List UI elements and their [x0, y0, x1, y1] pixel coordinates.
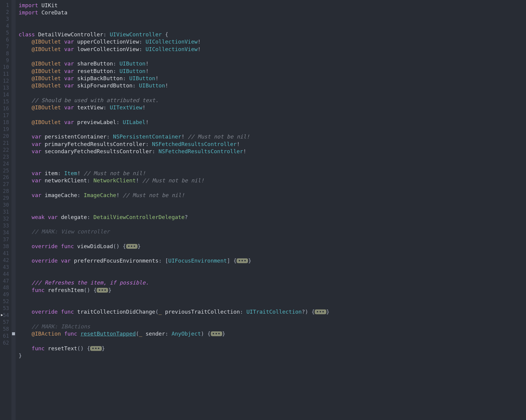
code-line[interactable]: weak var delegate: DetailViewControllerD… [19, 214, 526, 221]
line-number[interactable]: 24 [2, 160, 9, 167]
line-number[interactable]: 48 [2, 284, 9, 291]
line-number[interactable]: 19 [2, 126, 9, 133]
line-number[interactable]: 4 [2, 23, 9, 29]
line-number[interactable]: 47 [2, 278, 9, 285]
line-number[interactable]: 2 [2, 9, 9, 16]
code-line[interactable] [19, 265, 526, 272]
fold-chip-icon[interactable]: ••• [97, 288, 108, 293]
code-line[interactable]: @IBOutlet var lowerCollectionView: UICol… [19, 46, 526, 53]
code-line[interactable]: @IBOutlet var skipForwardButton: UIButto… [19, 82, 526, 89]
line-number[interactable]: 49 [2, 291, 9, 298]
line-number[interactable]: 18 [2, 119, 9, 126]
fold-chip-icon[interactable]: ••• [90, 346, 101, 351]
code-line[interactable]: @IBOutlet var upperCollectionView: UICol… [19, 38, 526, 45]
line-number[interactable]: 33 [2, 222, 9, 229]
code-area[interactable]: import UIKitimport CoreData class Detail… [16, 0, 526, 420]
line-number[interactable]: 27 [2, 181, 9, 188]
line-number[interactable]: 29 [2, 195, 9, 202]
code-line[interactable]: @IBOutlet var previewLabel: UILabel! [19, 119, 526, 126]
line-number[interactable]: 6 [2, 36, 9, 43]
code-line[interactable] [19, 24, 526, 31]
line-number[interactable]: 16 [2, 105, 9, 112]
line-number-gutter[interactable]: 1234567891011121314151617181920212223242… [0, 0, 11, 420]
line-number[interactable]: 8 [2, 50, 9, 57]
code-line[interactable] [19, 221, 526, 228]
line-number[interactable]: 26 [2, 174, 9, 181]
line-number[interactable]: 12 [2, 78, 9, 84]
code-line[interactable]: @IBAction func resetButtonTapped(_ sende… [19, 330, 526, 337]
line-number[interactable]: 53 [2, 305, 9, 312]
code-line[interactable]: var primaryFetchedResultsController: NSF… [19, 141, 526, 148]
code-line[interactable]: // Should be used with attributed text. [19, 97, 526, 104]
code-line[interactable] [19, 301, 526, 308]
line-number[interactable]: 58 [2, 326, 9, 333]
code-line[interactable] [19, 184, 526, 191]
line-number[interactable]: 20 [2, 133, 9, 140]
line-number[interactable]: 9 [2, 57, 9, 64]
code-line[interactable]: override func viewDidLoad() {•••} [19, 243, 526, 250]
code-line[interactable]: var imageCache: ImageCache! // Must not … [19, 192, 526, 199]
code-line[interactable]: @IBOutlet var shareButton: UIButton! [19, 60, 526, 67]
line-number[interactable]: 61 [2, 333, 9, 339]
fold-column[interactable] [11, 0, 16, 420]
line-number[interactable]: 43 [2, 264, 9, 271]
line-number[interactable]: 1 [2, 2, 9, 9]
code-line[interactable]: func refreshItem() {•••} [19, 287, 526, 294]
code-line[interactable]: var secondaryFetchedResultsController: N… [19, 148, 526, 155]
line-number[interactable]: 22 [2, 147, 9, 154]
code-line[interactable]: @IBOutlet var textView: UITextView! [19, 104, 526, 111]
code-line[interactable] [19, 126, 526, 133]
line-number[interactable]: 42 [2, 257, 9, 264]
line-number[interactable]: 34 [2, 229, 9, 236]
code-line[interactable]: // MARK: View controller [19, 228, 526, 235]
code-line[interactable]: class DetailViewController: UIViewContro… [19, 31, 526, 38]
code-line[interactable] [19, 155, 526, 162]
code-line[interactable] [19, 316, 526, 323]
line-number[interactable]: 21 [2, 140, 9, 147]
line-number[interactable]: 11 [2, 71, 9, 78]
line-number[interactable]: 54▶ [2, 312, 9, 319]
line-number[interactable]: 7 [2, 43, 9, 50]
code-line[interactable]: import UIKit [19, 2, 526, 9]
code-line[interactable]: var item: Item! // Must not be nil! [19, 170, 526, 177]
code-line[interactable] [19, 90, 526, 97]
fold-chip-icon[interactable]: ••• [237, 258, 248, 263]
line-number[interactable]: 31 [2, 208, 9, 215]
line-number[interactable]: 25 [2, 167, 9, 174]
code-line[interactable] [19, 17, 526, 24]
line-number[interactable]: 38 [2, 243, 9, 250]
code-line[interactable] [19, 294, 526, 301]
line-number[interactable]: 14 [2, 91, 9, 98]
fold-chip-icon[interactable]: ••• [211, 331, 222, 336]
code-line[interactable]: override func traitCollectionDidChange(_… [19, 308, 526, 315]
line-number[interactable]: 44 [2, 271, 9, 278]
code-line[interactable]: func resetText() {•••} [19, 345, 526, 352]
code-line[interactable]: var networkClient: NetworkClient! // Mus… [19, 177, 526, 184]
line-number[interactable]: 10 [2, 64, 9, 71]
line-number[interactable]: 3 [2, 16, 9, 23]
line-number[interactable]: 32 [2, 215, 9, 222]
code-line[interactable] [19, 338, 526, 345]
code-line[interactable] [19, 163, 526, 170]
line-number[interactable]: 5 [2, 29, 9, 36]
code-line[interactable]: @IBOutlet var skipBackButton: UIButton! [19, 75, 526, 82]
line-number[interactable]: 62 [2, 339, 9, 346]
line-number[interactable]: 41 [2, 250, 9, 257]
code-line[interactable]: var persistentContainer: NSPersistentCon… [19, 133, 526, 140]
code-line[interactable]: override var preferredFocusEnvironments:… [19, 257, 526, 264]
code-line[interactable] [19, 236, 526, 243]
code-line[interactable] [19, 53, 526, 60]
code-line[interactable] [19, 272, 526, 279]
code-line[interactable]: @IBOutlet var resetButton: UIButton! [19, 68, 526, 75]
code-line[interactable]: import CoreData [19, 9, 526, 16]
line-number[interactable]: 28 [2, 188, 9, 195]
code-line[interactable]: } [19, 352, 526, 359]
code-line[interactable] [19, 206, 526, 213]
line-number[interactable]: 37 [2, 236, 9, 243]
line-number[interactable]: 15 [2, 98, 9, 105]
line-number[interactable]: 52 [2, 298, 9, 305]
code-line[interactable] [19, 360, 526, 367]
fold-chip-icon[interactable]: ••• [315, 309, 326, 314]
fold-chip-icon[interactable]: ••• [126, 244, 138, 249]
code-line[interactable]: // MARK: IBActions [19, 323, 526, 330]
